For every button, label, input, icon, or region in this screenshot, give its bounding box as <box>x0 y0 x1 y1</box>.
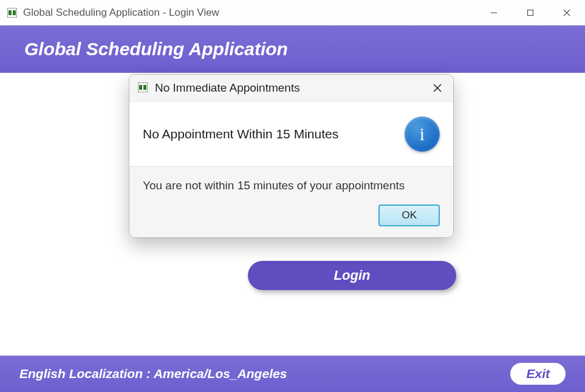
ok-button[interactable]: OK <box>378 204 440 226</box>
app-header: Global Scheduling Application <box>0 25 585 73</box>
dialog-header: No Appointment Within 15 Minutes i <box>129 101 453 167</box>
svg-rect-2 <box>13 10 16 15</box>
svg-rect-4 <box>528 10 533 15</box>
window-title: Global Scheduling Application - Login Vi… <box>23 7 476 19</box>
dialog-close-button[interactable] <box>430 81 445 95</box>
window-controls <box>476 0 585 25</box>
maximize-button[interactable] <box>512 0 549 25</box>
dialog-title: No Immediate Appointments <box>155 81 430 95</box>
login-button[interactable]: Login <box>248 261 456 290</box>
dialog-app-icon <box>138 83 149 93</box>
localization-text: English Localization : America/Los_Angel… <box>19 367 287 381</box>
exit-button[interactable]: Exit <box>510 363 566 385</box>
svg-rect-1 <box>9 10 12 15</box>
svg-rect-8 <box>139 85 142 90</box>
dialog-buttons: OK <box>143 204 440 226</box>
minimize-button[interactable] <box>476 0 512 25</box>
close-button[interactable] <box>549 0 585 25</box>
dialog-message: You are not within 15 minutes of your ap… <box>143 179 440 192</box>
dialog-titlebar: No Immediate Appointments <box>129 75 453 101</box>
info-icon-letter: i <box>420 124 425 144</box>
alert-dialog: No Immediate Appointments No Appointment… <box>129 74 454 238</box>
dialog-body: You are not within 15 minutes of your ap… <box>129 167 453 237</box>
window-titlebar: Global Scheduling Application - Login Vi… <box>0 0 585 25</box>
info-icon: i <box>405 117 440 152</box>
svg-rect-9 <box>143 85 146 90</box>
app-icon <box>7 8 17 18</box>
dialog-heading: No Appointment Within 15 Minutes <box>143 127 338 141</box>
app-footer: English Localization : America/Los_Angel… <box>0 356 585 392</box>
app-header-title: Global Scheduling Application <box>24 39 288 59</box>
